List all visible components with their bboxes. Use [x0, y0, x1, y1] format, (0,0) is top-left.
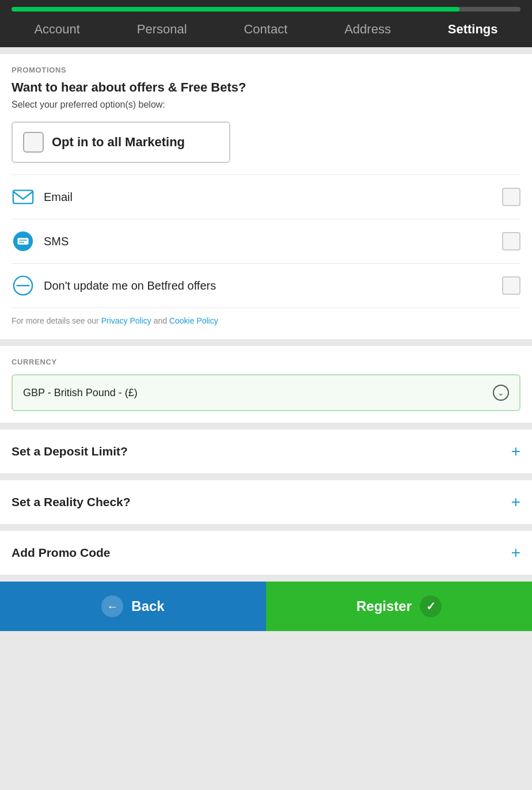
promo-code-expand-icon: +	[511, 545, 520, 561]
tab-personal[interactable]: Personal	[132, 20, 192, 39]
channel-sms-label: SMS	[44, 235, 502, 248]
tab-address[interactable]: Address	[340, 20, 396, 39]
optin-checkbox[interactable]	[23, 132, 44, 153]
promotions-section-label: PROMOTIONS	[12, 66, 520, 74]
progress-bar-fill	[12, 7, 459, 12]
no-update-checkbox[interactable]	[502, 276, 520, 295]
reality-check-label: Set a Reality Check?	[12, 495, 131, 509]
register-check-icon: ✓	[420, 595, 442, 617]
header: Account Personal Contact Address Setting…	[0, 0, 532, 47]
promo-code-label: Add Promo Code	[12, 546, 111, 560]
main-content: PROMOTIONS Want to hear about offers & F…	[0, 47, 532, 638]
back-button[interactable]: ← Back	[0, 582, 266, 631]
currency-value: GBP - British Pound - (£)	[23, 387, 138, 399]
currency-select[interactable]: GBP - British Pound - (£) ⌄	[12, 374, 520, 411]
cookie-policy-link[interactable]: Cookie Policy	[169, 316, 218, 325]
channel-row-sms[interactable]: SMS	[12, 219, 520, 263]
policy-text: For more details see our Privacy Policy …	[12, 307, 520, 328]
block-icon	[12, 274, 35, 297]
deposit-limit-expand-icon: +	[511, 443, 520, 459]
currency-dropdown-arrow: ⌄	[493, 385, 509, 401]
currency-card: CURRENCY GBP - British Pound - (£) ⌄	[0, 346, 532, 423]
deposit-limit-row[interactable]: Set a Deposit Limit? +	[0, 430, 532, 473]
promotions-subtitle: Select your preferred option(s) below:	[12, 100, 520, 110]
back-arrow-icon: ←	[101, 595, 123, 617]
policy-prefix: For more details see our	[12, 316, 101, 325]
promotions-card: PROMOTIONS Want to hear about offers & F…	[0, 54, 532, 339]
back-label: Back	[131, 598, 164, 614]
privacy-policy-link[interactable]: Privacy Policy	[101, 316, 151, 325]
channel-email-label: Email	[44, 191, 502, 204]
currency-section-label: CURRENCY	[12, 358, 520, 366]
register-button[interactable]: Register ✓	[266, 582, 532, 631]
progress-bar-container	[12, 7, 520, 12]
sms-icon	[12, 230, 35, 253]
optin-label: Opt in to all Marketing	[52, 135, 185, 150]
email-checkbox[interactable]	[502, 188, 520, 206]
sms-checkbox[interactable]	[502, 232, 520, 250]
svg-rect-2	[18, 238, 29, 244]
optin-all-marketing-button[interactable]: Opt in to all Marketing	[12, 121, 230, 163]
channel-row-no-update[interactable]: Don't update me on Betfred offers	[12, 263, 520, 307]
tab-account[interactable]: Account	[29, 20, 85, 39]
promo-code-row[interactable]: Add Promo Code +	[0, 531, 532, 575]
nav-tabs: Account Personal Contact Address Setting…	[0, 20, 532, 47]
svg-rect-0	[13, 191, 33, 204]
policy-mid: and	[151, 316, 169, 325]
reality-check-row[interactable]: Set a Reality Check? +	[0, 480, 532, 524]
tab-contact[interactable]: Contact	[239, 20, 292, 39]
register-label: Register	[356, 598, 412, 614]
footer: ← Back Register ✓	[0, 582, 532, 631]
deposit-limit-label: Set a Deposit Limit?	[12, 445, 128, 458]
reality-check-expand-icon: +	[511, 494, 520, 510]
tab-settings[interactable]: Settings	[443, 20, 503, 39]
email-icon	[12, 185, 35, 208]
channel-no-update-label: Don't update me on Betfred offers	[44, 279, 502, 293]
channel-row-email[interactable]: Email	[12, 174, 520, 219]
promotions-title: Want to hear about offers & Free Bets?	[12, 80, 520, 95]
